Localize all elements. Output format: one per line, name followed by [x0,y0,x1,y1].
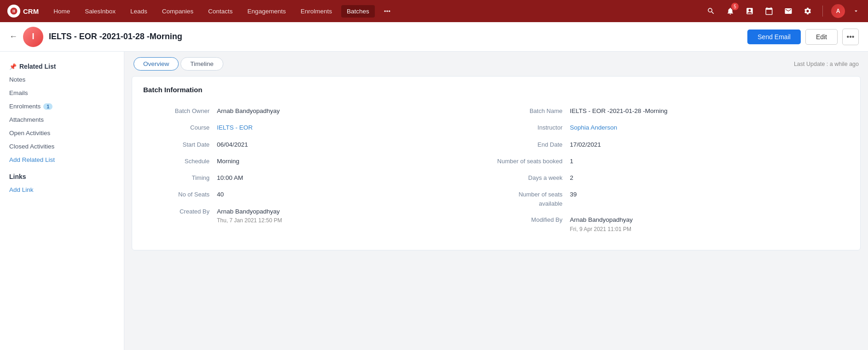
pin-icon: 📌 [9,63,17,70]
field-value-timing: 10:00 AM [217,173,496,183]
batch-info-title: Batch Information [143,86,849,94]
user-avatar[interactable]: A [831,4,845,18]
related-list-section-title: 📌 Related List [0,59,124,73]
edit-button[interactable]: Edit [805,29,838,45]
nav-item-companies[interactable]: Companies [157,5,199,18]
field-value-no-of-seats: 40 [217,190,496,199]
field-label-instructor: Instructor [496,123,570,132]
field-value-end-date: 17/02/2021 [570,140,850,149]
field-label-days-a-week: Days a week [496,173,570,183]
field-label-course: Course [143,123,217,132]
field-label-batch-owner: Batch Owner [143,107,217,116]
sidebar-item-open-activities[interactable]: Open Activities [0,126,124,140]
field-value-modified-by: Arnab Bandyopadhyay Fri, 9 Apr 2021 11:0… [570,215,850,233]
add-link-link[interactable]: Add Link [0,183,124,196]
field-label-modified-by: Modified By [496,215,570,225]
header-actions: Send Email Edit ••• [747,29,859,45]
tab-timeline[interactable]: Timeline [181,57,223,71]
sidebar-item-enrolments[interactable]: Enrolments 1 [0,100,124,113]
field-label-seats-booked: Number of seats booked [496,157,570,166]
field-value-instructor[interactable]: Sophia Anderson [570,123,850,132]
back-button[interactable]: ← [9,32,17,42]
field-no-of-seats: No of Seats 40 [143,186,496,203]
mail-icon[interactable] [782,5,795,18]
field-end-date: End Date 17/02/2021 [496,136,850,153]
nav-item-home[interactable]: Home [48,5,76,18]
more-options-button[interactable]: ••• [842,29,859,45]
field-seats-available: Number of seats available 39 [496,186,850,212]
field-modified-by: Modified By Arnab Bandyopadhyay Fri, 9 A… [496,212,850,237]
field-label-batch-name: Batch Name [496,107,570,116]
field-value-course[interactable]: IELTS - EOR [217,123,496,132]
notifications-icon[interactable]: 5 [724,5,737,18]
nav-item-salesinbox[interactable]: SalesInbox [79,5,121,18]
record-title: IELTS - EOR -2021-01-28 -Morning [49,32,182,42]
field-label-start-date: Start Date [143,140,217,149]
info-grid: Batch Owner Arnab Bandyopadhyay Course I… [143,103,849,237]
logo-label: CRM [23,7,39,15]
tab-overview[interactable]: Overview [134,57,179,71]
field-course: Course IELTS - EOR [143,119,496,136]
sidebar-item-attachments[interactable]: Attachments [0,113,124,126]
add-related-list-link[interactable]: Add Related List [0,153,124,166]
search-icon[interactable] [705,5,717,18]
field-seats-booked: Number of seats booked 1 [496,153,850,170]
field-label-seats-available: Number of seats available [496,190,570,208]
field-instructor: Instructor Sophia Anderson [496,119,850,136]
field-value-seats-booked: 1 [570,157,850,166]
main-layout: 📌 Related List Notes Emails Enrolments 1… [0,52,868,350]
tabs-row: Overview Timeline [134,57,223,71]
field-start-date: Start Date 06/04/2021 [143,136,496,153]
batch-info-card: Batch Information Batch Owner Arnab Band… [132,76,861,250]
nav-expand-icon[interactable] [851,5,861,18]
nav-item-enrolments[interactable]: Enrolments [295,5,338,18]
settings-icon[interactable] [801,5,814,18]
nav-more-button[interactable]: ••• [379,5,396,18]
nav-icons-group: 5 A [705,4,861,18]
send-email-button[interactable]: Send Email [747,30,801,44]
field-label-timing: Timing [143,173,217,183]
sidebar-item-emails[interactable]: Emails [0,86,124,100]
field-value-batch-name: IELTS - EOR -2021-01-28 -Morning [570,107,850,116]
field-value-created-by: Arnab Bandyopadhyay Thu, 7 Jan 2021 12:5… [217,207,496,225]
record-header: ← I IELTS - EOR -2021-01-28 -Morning Sen… [0,22,868,52]
field-label-no-of-seats: No of Seats [143,190,217,199]
field-timing: Timing 10:00 AM [143,170,496,186]
field-value-days-a-week: 2 [570,173,850,183]
nav-item-leads[interactable]: Leads [125,5,153,18]
field-batch-name: Batch Name IELTS - EOR -2021-01-28 -Morn… [496,103,850,119]
field-created-by: Created By Arnab Bandyopadhyay Thu, 7 Ja… [143,203,496,228]
last-update-text: Last Update : a while ago [794,61,859,67]
field-value-seats-available: 39 [570,190,850,199]
sidebar-item-closed-activities[interactable]: Closed Activities [0,140,124,153]
calendar-icon[interactable] [763,5,775,18]
field-label-end-date: End Date [496,140,570,149]
top-navigation: CRM Home SalesInbox Leads Companies Cont… [0,0,868,22]
crm-logo[interactable]: CRM [7,5,39,18]
content-header: Overview Timeline Last Update : a while … [124,52,868,76]
sidebar-item-notes[interactable]: Notes [0,73,124,86]
field-value-batch-owner: Arnab Bandyopadhyay [217,107,496,116]
info-left-col: Batch Owner Arnab Bandyopadhyay Course I… [143,103,496,237]
info-right-col: Batch Name IELTS - EOR -2021-01-28 -Morn… [496,103,850,237]
content-area: Overview Timeline Last Update : a while … [124,52,868,350]
notification-badge: 5 [731,3,739,10]
links-section-title: Links [0,166,124,183]
field-label-created-by: Created By [143,207,217,216]
sidebar: 📌 Related List Notes Emails Enrolments 1… [0,52,124,350]
field-value-start-date: 06/04/2021 [217,140,496,149]
nav-item-batches[interactable]: Batches [341,5,375,18]
field-days-a-week: Days a week 2 [496,170,850,186]
field-value-schedule: Morning [217,157,496,166]
record-avatar: I [23,27,43,47]
enrolments-count-badge: 1 [43,103,52,110]
field-schedule: Schedule Morning [143,153,496,170]
field-label-schedule: Schedule [143,157,217,166]
nav-divider [822,6,823,17]
field-batch-owner: Batch Owner Arnab Bandyopadhyay [143,103,496,119]
nav-item-contacts[interactable]: Contacts [203,5,238,18]
compose-icon[interactable] [743,5,756,18]
nav-item-engagements[interactable]: Engagements [242,5,291,18]
